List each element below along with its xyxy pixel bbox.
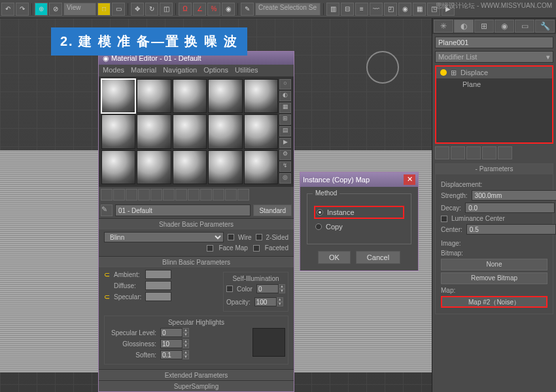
decay-input[interactable]	[465, 203, 555, 213]
parameters-header[interactable]: - Parameters	[436, 164, 553, 174]
rotate-icon[interactable]: ↻	[145, 3, 158, 16]
render-setup-icon[interactable]: ▦	[413, 3, 426, 16]
motion-tab-icon[interactable]: ◉	[495, 20, 514, 33]
align-icon[interactable]: ⊟	[341, 3, 354, 16]
bitmap-none-button[interactable]: None	[441, 259, 547, 270]
background-icon[interactable]: ▦	[279, 103, 291, 113]
move-icon[interactable]: ✥	[131, 3, 144, 16]
undo-icon[interactable]: ↶	[1, 3, 14, 16]
material-name-input[interactable]	[115, 204, 251, 216]
ref-coord-dropdown[interactable]: View	[63, 3, 96, 16]
menu-modes[interactable]: Modes	[103, 66, 124, 75]
make-unique-stack-icon[interactable]	[466, 146, 481, 159]
lock-ambient-icon[interactable]: ⊂	[104, 270, 110, 279]
material-slot-7[interactable]	[137, 114, 171, 148]
faceted-checkbox[interactable]	[253, 245, 260, 252]
material-slot-2[interactable]	[137, 79, 171, 113]
soften-spinner[interactable]: ▲▼	[160, 350, 189, 359]
mirror-icon[interactable]: ▥	[326, 3, 339, 16]
specular-color-swatch[interactable]	[145, 292, 171, 301]
two-sided-checkbox[interactable]	[256, 234, 262, 240]
spec-level-spinner[interactable]: ▲▼	[160, 328, 189, 337]
opacity-spinner[interactable]: ▲▼	[254, 297, 283, 306]
assign-to-sel-icon[interactable]	[126, 189, 137, 201]
redo-icon[interactable]: ↷	[16, 3, 29, 16]
put-to-lib-icon[interactable]	[175, 189, 187, 201]
show-map-icon[interactable]	[200, 189, 212, 201]
go-sibling-icon[interactable]	[237, 189, 249, 201]
material-slot-8[interactable]	[173, 114, 207, 148]
named-sel-dropdown[interactable]: Create Selection Se	[255, 3, 321, 16]
instance-radio[interactable]	[317, 209, 323, 216]
create-tab-icon[interactable]: ✳	[434, 20, 453, 33]
remove-modifier-icon[interactable]	[482, 146, 496, 159]
menu-utilities[interactable]: Utilities	[235, 66, 258, 75]
material-slot-12[interactable]	[137, 150, 171, 184]
modify-tab-icon[interactable]: ◐	[454, 20, 474, 33]
material-editor-icon[interactable]: ◉	[398, 3, 411, 16]
select-by-mat-icon[interactable]: ↯	[279, 161, 291, 172]
cancel-button[interactable]: Cancel	[356, 251, 400, 264]
view-cube-icon[interactable]	[366, 51, 399, 84]
rollout-blinn-basic-header[interactable]: Blinn Basic Parameters	[99, 257, 294, 267]
close-icon[interactable]: ✕	[404, 174, 415, 185]
object-name-field[interactable]: Plane001	[435, 37, 553, 48]
wire-checkbox[interactable]	[228, 234, 234, 240]
get-material-icon[interactable]	[101, 189, 113, 201]
lock-specular-icon[interactable]: ⊂	[104, 293, 110, 301]
utilities-tab-icon[interactable]: 🔧	[535, 20, 555, 33]
copy-radio-row[interactable]: Copy	[314, 221, 404, 232]
map-noise-button[interactable]: Map #2（Noise）	[441, 296, 547, 308]
material-slot-11[interactable]	[101, 150, 135, 184]
material-slot-10[interactable]	[244, 114, 278, 148]
preview-icon[interactable]: ▶	[279, 138, 291, 148]
menu-options[interactable]: Options	[203, 66, 228, 75]
mat-id-icon[interactable]	[188, 189, 200, 201]
remove-bitmap-button[interactable]: Remove Bitmap	[441, 272, 547, 284]
material-slot-4[interactable]	[208, 79, 242, 113]
material-type-button[interactable]: Standard	[253, 204, 292, 216]
menu-material[interactable]: Material	[131, 66, 156, 75]
center-input[interactable]	[466, 224, 556, 235]
pick-material-icon[interactable]: ✎	[101, 204, 113, 216]
material-slot-15[interactable]	[244, 150, 278, 184]
ok-button[interactable]: OK	[318, 251, 351, 264]
show-end-result-icon[interactable]	[451, 146, 465, 159]
material-slot-5[interactable]	[244, 79, 278, 113]
modifier-list-dropdown[interactable]: Modifier List ▾	[435, 51, 553, 63]
sample-type-icon[interactable]: ○	[279, 79, 291, 90]
go-parent-icon[interactable]	[225, 189, 237, 201]
diffuse-color-swatch[interactable]	[145, 281, 171, 290]
options-icon[interactable]: ⚙	[279, 150, 291, 160]
schematic-icon[interactable]: ◰	[384, 3, 397, 16]
hierarchy-tab-icon[interactable]: ⊞	[474, 20, 494, 33]
display-tab-icon[interactable]: ▭	[515, 20, 534, 33]
layers-icon[interactable]: ≡	[355, 3, 368, 16]
material-slot-6[interactable]	[101, 114, 135, 148]
configure-sets-icon[interactable]	[498, 146, 512, 159]
material-slot-14[interactable]	[208, 150, 242, 184]
glossiness-spinner[interactable]: ▲▼	[160, 339, 189, 348]
spinner-snap-icon[interactable]: ◉	[222, 3, 235, 16]
video-check-icon[interactable]: ▤	[279, 126, 291, 137]
strength-input[interactable]	[472, 190, 556, 201]
instance-dialog-titlebar[interactable]: Instance (Copy) Map ✕	[300, 172, 418, 187]
mat-map-nav-icon[interactable]: ◎	[279, 173, 291, 184]
select-name-icon[interactable]: ▭	[112, 3, 125, 16]
curve-editor-icon[interactable]: 〰	[370, 3, 383, 16]
angle-snap-icon[interactable]: ∠	[193, 3, 206, 16]
modifier-stack[interactable]: ⊞ Displace Plane	[435, 65, 553, 144]
reset-map-icon[interactable]	[138, 189, 150, 201]
rollout-extended-header[interactable]: Extended Parameters	[99, 370, 294, 380]
snap-toggle-icon[interactable]: Ω	[179, 3, 192, 16]
color-spinner[interactable]: ▲▼	[256, 284, 285, 293]
expand-icon[interactable]: ⊞	[451, 69, 457, 77]
bulb-icon[interactable]	[440, 69, 447, 76]
rollout-shader-basic-header[interactable]: Shader Basic Parameters	[99, 219, 294, 229]
make-unique-icon[interactable]	[163, 189, 175, 201]
backlight-icon[interactable]: ◐	[279, 91, 291, 101]
show-end-icon[interactable]	[213, 189, 224, 201]
instance-radio-row[interactable]: Instance	[314, 206, 404, 219]
material-slot-1[interactable]	[101, 79, 135, 113]
modifier-displace[interactable]: ⊞ Displace	[436, 67, 552, 78]
